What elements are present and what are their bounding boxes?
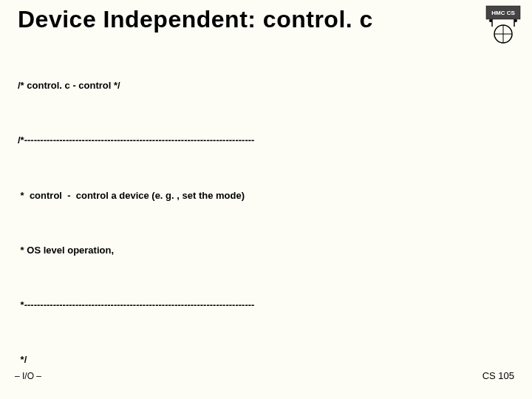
code-line: /* control. c - control */	[18, 77, 514, 95]
code-line: */	[18, 351, 514, 369]
logo-text: HMC CS	[491, 10, 515, 16]
slide-title: Device Independent: control. c	[18, 6, 514, 33]
code-line: /*--------------------------------------…	[18, 132, 514, 150]
svg-point-6	[489, 19, 492, 22]
school-logo-icon: HMC CS	[485, 4, 522, 46]
slide-container: HMC CS Device Independent: control. c /*…	[0, 0, 532, 399]
code-line: * control - control a device (e. g. , se…	[18, 187, 514, 205]
footer-right-label: CS 105	[482, 370, 514, 381]
footer-left-label: – I/O –	[15, 371, 41, 381]
code-line: * OS level operation,	[18, 242, 514, 260]
svg-point-7	[514, 19, 517, 22]
code-line: *---------------------------------------…	[18, 296, 514, 315]
code-block: /* control. c - control */ /*-----------…	[18, 41, 514, 399]
